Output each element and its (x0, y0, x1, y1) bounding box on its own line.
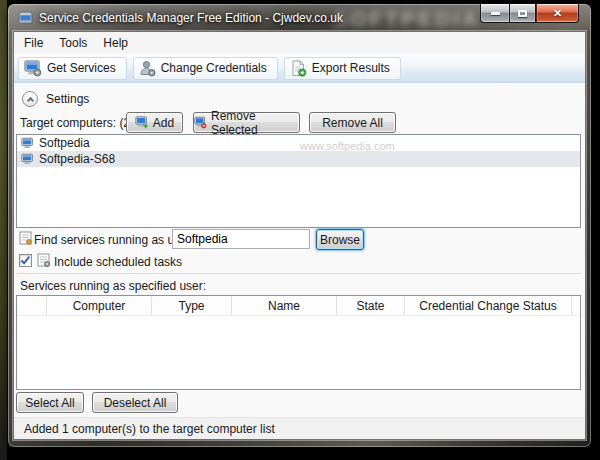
check-icon (20, 255, 31, 266)
settings-collapse-header[interactable]: Settings (22, 91, 89, 107)
add-button-label: Add (153, 116, 174, 130)
computer-gear-icon (24, 60, 42, 77)
task-gear-icon (37, 253, 50, 267)
column-filler (572, 296, 580, 315)
find-user-input[interactable] (172, 229, 310, 249)
services-table: Computer Type Name State Credential Chan… (16, 295, 581, 390)
chevron-up-icon[interactable] (22, 91, 38, 107)
change-credentials-label: Change Credentials (161, 61, 267, 75)
browse-button-label: Browse (320, 233, 360, 247)
menu-bar: File Tools Help (14, 32, 585, 54)
maximize-icon (518, 10, 527, 17)
deselect-all-button-label: Deselect All (104, 396, 167, 410)
computer-icon (21, 137, 34, 150)
deselect-all-button[interactable]: Deselect All (92, 392, 178, 413)
document-export-icon (290, 60, 307, 77)
include-tasks-checkbox[interactable] (19, 254, 32, 267)
maximize-button[interactable] (509, 4, 536, 23)
remove-selected-button-label: Remove Selected (211, 109, 299, 137)
menu-tools[interactable]: Tools (51, 33, 95, 53)
window-title: Service Credentials Manager Free Edition… (39, 11, 343, 25)
close-button[interactable]: ✕ (536, 4, 579, 23)
column-credential-change-status[interactable]: Credential Change Status (405, 296, 572, 315)
browse-button[interactable]: Browse (316, 229, 364, 250)
column-type[interactable]: Type (152, 296, 232, 315)
column-selector[interactable] (17, 296, 47, 315)
close-icon: ✕ (553, 8, 562, 19)
computer-minus-icon (194, 116, 207, 129)
find-user-label: Find services running as user: (34, 233, 194, 247)
caption-buttons: ✕ (480, 4, 579, 23)
column-name[interactable]: Name (232, 296, 337, 315)
menu-file[interactable]: File (16, 33, 51, 53)
list-item[interactable]: Softpedia (17, 135, 580, 151)
remove-selected-button[interactable]: Remove Selected (193, 112, 300, 133)
services-table-body (17, 316, 580, 389)
app-window: SOFTPEDIA Service Credentials Manager Fr… (8, 4, 591, 447)
minimize-button[interactable] (480, 4, 509, 23)
menu-help[interactable]: Help (95, 33, 136, 53)
settings-section-label: Settings (46, 92, 89, 106)
add-button[interactable]: Add (126, 112, 183, 133)
computer-plus-icon (135, 116, 149, 129)
remove-all-button-label: Remove All (322, 116, 383, 130)
main-panel: Settings Target computers: (2) Add (14, 83, 585, 417)
export-results-label: Export Results (312, 61, 390, 75)
computer-icon (21, 153, 34, 166)
section-divider (17, 273, 581, 274)
services-table-header: Computer Type Name State Credential Chan… (17, 296, 580, 316)
minimize-icon (491, 12, 500, 15)
column-computer[interactable]: Computer (47, 296, 152, 315)
include-tasks-label: Include scheduled tasks (54, 255, 182, 269)
status-bar: Added 1 computer(s) to the target comput… (14, 417, 585, 439)
status-text: Added 1 computer(s) to the target comput… (24, 422, 275, 436)
toolbar: Get Services Change Credentials (14, 54, 585, 83)
export-results-button[interactable]: Export Results (284, 57, 401, 80)
column-state[interactable]: State (337, 296, 405, 315)
user-gear-icon (139, 60, 156, 77)
services-section-label: Services running as specified user: (20, 279, 206, 293)
target-computers-label: Target computers: (2) (20, 116, 134, 130)
get-services-label: Get Services (47, 61, 116, 75)
list-item[interactable]: Softpedia-S68 (17, 151, 580, 167)
get-services-button[interactable]: Get Services (18, 57, 127, 80)
window-client-area: File Tools Help Get Services (13, 31, 586, 440)
app-icon (18, 11, 33, 25)
list-item-label: Softpedia-S68 (39, 152, 115, 166)
change-credentials-button[interactable]: Change Credentials (133, 57, 278, 80)
list-item-label: Softpedia (39, 136, 90, 150)
remove-all-button[interactable]: Remove All (309, 112, 396, 133)
select-all-button[interactable]: Select All (16, 392, 84, 413)
select-all-button-label: Select All (25, 396, 74, 410)
target-computer-list[interactable]: www.softpedia.com Softpedia Softpedia-S6… (16, 134, 581, 228)
task-list-icon (19, 231, 32, 245)
